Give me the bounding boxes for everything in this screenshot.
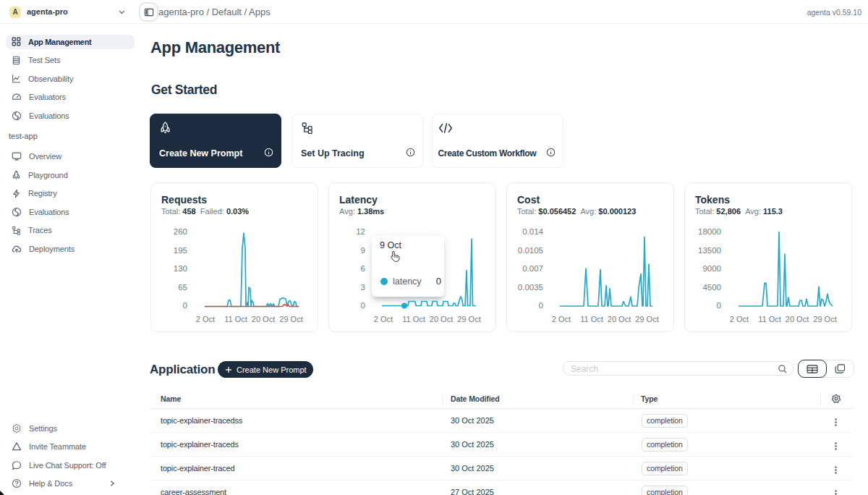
svg-text:13500: 13500 (698, 246, 721, 255)
svg-text:11 Oct: 11 Oct (758, 315, 781, 323)
svg-text:0.014: 0.014 (522, 227, 543, 236)
svg-text:9: 9 (361, 246, 365, 255)
svg-text:0: 0 (539, 301, 543, 310)
svg-text:9000: 9000 (702, 264, 721, 273)
svg-text:29 Oct: 29 Oct (635, 315, 658, 323)
svg-text:130: 130 (174, 264, 187, 273)
svg-text:0: 0 (717, 301, 721, 310)
svg-text:0: 0 (183, 301, 187, 310)
svg-text:29 Oct: 29 Oct (457, 315, 480, 323)
svg-text:6: 6 (361, 264, 365, 273)
svg-text:0.007: 0.007 (522, 264, 543, 273)
svg-text:20 Oct: 20 Oct (430, 315, 453, 323)
svg-text:65: 65 (178, 283, 187, 292)
svg-text:0: 0 (361, 301, 365, 310)
svg-text:2 Oct: 2 Oct (730, 315, 749, 323)
svg-text:12: 12 (356, 227, 365, 236)
svg-text:29 Oct: 29 Oct (813, 315, 836, 323)
svg-text:2 Oct: 2 Oct (374, 315, 393, 323)
svg-text:18000: 18000 (698, 227, 721, 236)
svg-text:20 Oct: 20 Oct (252, 315, 275, 323)
svg-text:195: 195 (174, 246, 187, 255)
svg-text:29 Oct: 29 Oct (279, 315, 302, 323)
svg-text:3: 3 (361, 283, 365, 292)
svg-text:2 Oct: 2 Oct (552, 315, 571, 323)
svg-text:260: 260 (174, 227, 187, 236)
svg-text:11 Oct: 11 Oct (402, 315, 425, 323)
svg-text:20 Oct: 20 Oct (786, 315, 809, 323)
svg-text:11 Oct: 11 Oct (224, 315, 247, 323)
svg-text:4500: 4500 (702, 283, 721, 292)
svg-text:11 Oct: 11 Oct (580, 315, 603, 323)
svg-text:2 Oct: 2 Oct (196, 315, 215, 323)
svg-text:20 Oct: 20 Oct (608, 315, 631, 323)
svg-text:0.0105: 0.0105 (518, 246, 543, 255)
svg-text:0.0035: 0.0035 (518, 283, 543, 292)
